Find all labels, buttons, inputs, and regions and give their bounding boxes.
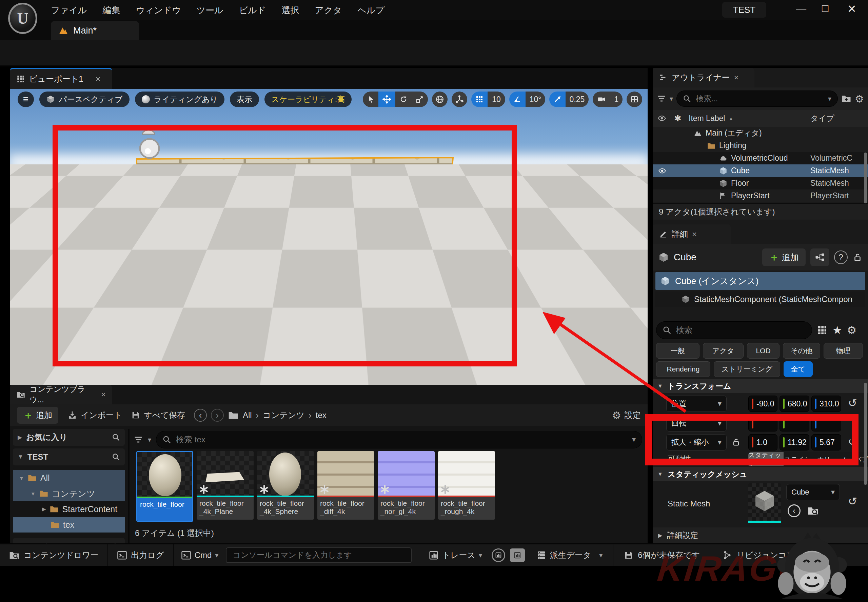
menu-select[interactable]: 選択: [282, 5, 300, 16]
chip-rendering[interactable]: Rendering: [656, 361, 710, 377]
asset-tile[interactable]: rock_tile_floor_4k_Sphere: [257, 451, 314, 520]
surface-snap-button[interactable]: [452, 92, 467, 107]
instance-row[interactable]: Cube (インスタンス): [655, 272, 865, 290]
outliner-tab[interactable]: アウトライナー ×: [653, 68, 754, 88]
favorite-icon[interactable]: ★: [833, 324, 842, 336]
new-folder-icon[interactable]: [841, 94, 851, 104]
eye-icon[interactable]: [658, 114, 666, 123]
outliner-row-main[interactable]: Main (エディタ): [653, 127, 868, 139]
tree-item-tex[interactable]: tex: [13, 517, 125, 533]
project-section[interactable]: ▼ TEST: [13, 448, 125, 465]
display-options-icon[interactable]: [817, 325, 828, 336]
outliner-row-floor[interactable]: Floor StaticMesh: [653, 177, 868, 189]
scale-tool-button[interactable]: [412, 92, 428, 107]
crumb-all[interactable]: All: [243, 410, 252, 420]
cb-search-input[interactable]: [175, 435, 628, 445]
chip-streaming[interactable]: ストリーミング: [714, 361, 780, 377]
console-input[interactable]: [232, 550, 406, 560]
staticmesh-thumbnail[interactable]: [748, 483, 781, 523]
staticmesh-section-header[interactable]: ▼ スタティックメッシュ: [653, 467, 868, 481]
derived-data-button[interactable]: 派生データ ▾: [536, 550, 602, 561]
outliner-row-cube[interactable]: Cube StaticMesh: [653, 164, 868, 177]
add-button[interactable]: ＋ 追加: [17, 407, 58, 424]
use-selected-icon[interactable]: ‹: [788, 504, 800, 517]
cb-search-field[interactable]: ▾: [156, 431, 642, 448]
forward-button[interactable]: ›: [211, 409, 224, 422]
gear-icon[interactable]: ⚙: [855, 93, 864, 105]
save-all-button[interactable]: すべて保存: [131, 410, 185, 421]
camera-speed-value[interactable]: 1: [610, 92, 622, 107]
search-icon[interactable]: [112, 433, 120, 441]
filter-icon[interactable]: [657, 94, 666, 103]
transform-section-header[interactable]: ▼ トランスフォーム: [653, 379, 868, 393]
scalability-button[interactable]: スケーラビリティ:高: [264, 92, 352, 107]
angle-snap-button[interactable]: [509, 92, 525, 107]
unreal-logo-icon[interactable]: U: [8, 3, 37, 34]
camera-speed-button[interactable]: [593, 92, 610, 107]
asset-tile[interactable]: rock_tile_floor_nor_gl_4k: [378, 451, 435, 520]
chip-physics[interactable]: 物理: [823, 343, 863, 359]
details-search-input[interactable]: [675, 325, 806, 335]
location-z-field[interactable]: 310.0: [811, 396, 841, 412]
crumb-content[interactable]: コンテンツ: [263, 410, 304, 421]
staticmesh-dropdown[interactable]: Cube ▾: [786, 484, 840, 500]
asset-tile[interactable]: rock_tile_floor: [136, 451, 193, 522]
gear-icon[interactable]: ⚙: [847, 324, 857, 336]
move-tool-button[interactable]: [378, 92, 395, 107]
chip-all[interactable]: 全て: [784, 361, 813, 377]
crumb-tex[interactable]: tex: [316, 410, 327, 420]
tree-item-all[interactable]: ▼ All: [13, 470, 125, 486]
menu-window[interactable]: ウィンドウ: [136, 5, 181, 16]
chip-general[interactable]: 一般: [656, 343, 699, 359]
maximize-button[interactable]: □: [822, 2, 828, 15]
eye-icon[interactable]: [658, 167, 666, 175]
outliner-row-volumetriccloud[interactable]: VolumetricCloud VolumetricC: [653, 152, 868, 164]
outliner-scrollbar[interactable]: [864, 152, 867, 203]
chip-misc[interactable]: その他: [783, 343, 820, 359]
menu-actor[interactable]: アクタ: [315, 5, 342, 16]
details-add-button[interactable]: ＋ 追加: [762, 249, 806, 266]
minimize-button[interactable]: —: [796, 3, 806, 14]
type-column[interactable]: タイプ: [810, 113, 834, 124]
perspective-button[interactable]: パースペクティブ: [39, 92, 129, 107]
menu-tools[interactable]: ツール: [196, 5, 223, 16]
chip-actor[interactable]: アクタ: [703, 343, 744, 359]
asset-tile[interactable]: rock_tile_floor_diff_4k: [317, 451, 374, 520]
reset-staticmesh-icon[interactable]: ↺: [848, 495, 857, 508]
location-y-field[interactable]: 680.0: [779, 396, 810, 412]
cb-settings-button[interactable]: ⚙ 設定: [612, 410, 641, 421]
component-graph-button[interactable]: [810, 249, 830, 266]
cb-splitter[interactable]: [128, 429, 129, 544]
cmd-button[interactable]: Cmd ▾: [174, 544, 226, 566]
level-tab[interactable]: Main*: [51, 21, 139, 40]
reset-location-icon[interactable]: ↺: [848, 396, 857, 410]
scale-snap-value[interactable]: 0.25: [565, 92, 588, 107]
tree-item-content[interactable]: ▼ コンテンツ: [13, 486, 125, 501]
viewport-menu-button[interactable]: ≡: [18, 92, 34, 107]
output-log-button[interactable]: 出力ログ: [108, 544, 173, 566]
viewport-layout-button[interactable]: [627, 92, 642, 107]
rotate-tool-button[interactable]: [395, 92, 412, 107]
tree-item-startercontent[interactable]: ▶ StarterContent: [13, 501, 125, 517]
lock-open-icon[interactable]: [853, 252, 863, 263]
menu-edit[interactable]: 編集: [102, 5, 120, 16]
menu-build[interactable]: ビルド: [239, 5, 266, 16]
chevron-down-icon[interactable]: ▾: [632, 435, 636, 444]
import-button[interactable]: インポート: [67, 410, 122, 421]
insights-icon[interactable]: [492, 548, 505, 562]
close-icon[interactable]: ×: [734, 73, 739, 82]
favorites-section[interactable]: ▶ お気に入り: [13, 429, 125, 446]
close-icon[interactable]: ×: [95, 74, 101, 84]
world-local-button[interactable]: [432, 92, 447, 107]
filter-icon[interactable]: [134, 435, 143, 444]
help-icon[interactable]: ?: [834, 250, 848, 264]
scale-snap-button[interactable]: [549, 92, 565, 107]
details-search-field[interactable]: [656, 321, 812, 339]
chevron-down-icon[interactable]: ▾: [828, 95, 831, 103]
menu-help[interactable]: ヘルプ: [357, 5, 384, 16]
item-label-column[interactable]: Item Label: [689, 114, 725, 123]
console-field[interactable]: [226, 547, 412, 563]
details-tab[interactable]: 詳細 ×: [653, 224, 731, 244]
outliner-search-field[interactable]: ▾: [676, 91, 838, 107]
angle-snap-value[interactable]: 10°: [525, 92, 545, 107]
